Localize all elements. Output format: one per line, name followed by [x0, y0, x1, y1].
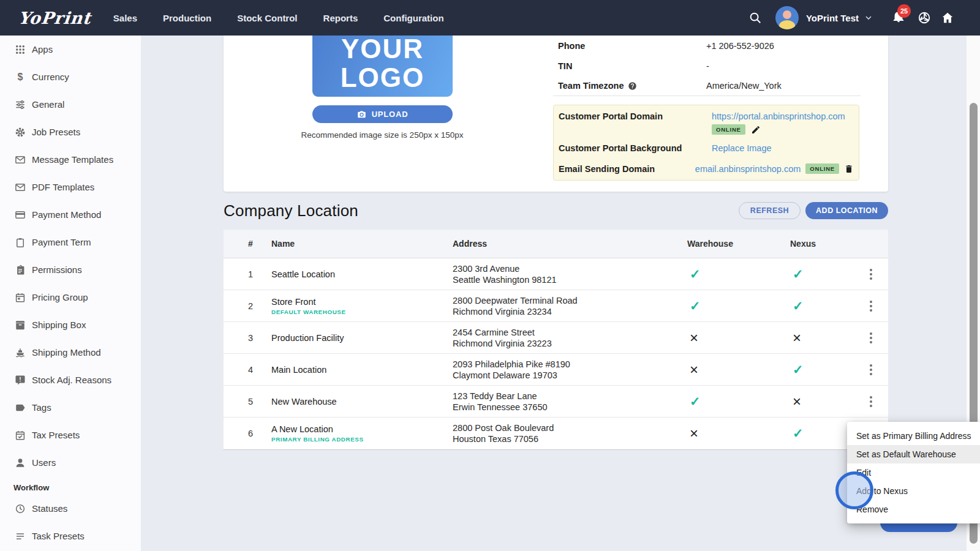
- menu-reports[interactable]: Reports: [323, 13, 358, 23]
- assignment-icon: [15, 264, 26, 276]
- sidebar-item-tax-presets[interactable]: Tax Presets: [0, 421, 141, 449]
- row-kebab-menu-icon[interactable]: [866, 361, 876, 379]
- location-address: 2800 Post Oak BoulevardHouston Texas 770…: [453, 422, 687, 444]
- menu-configuration[interactable]: Configuration: [383, 13, 443, 23]
- table-header-row: # Name Address Warehouse Nexus: [224, 230, 888, 258]
- nexus-mark: ✓: [793, 426, 809, 441]
- portal-domain-row: Customer Portal Domain https://portal.an…: [559, 111, 854, 135]
- refresh-button[interactable]: REFRESH: [739, 202, 801, 219]
- portal-domain-link[interactable]: https://portal.anbinsprintshop.com: [712, 111, 845, 121]
- sidebar-item-stock-adj-reasons[interactable]: Stock Adj. Reasons: [0, 366, 141, 394]
- sidebar-item-currency[interactable]: $Currency: [0, 63, 141, 91]
- click-indicator-circle: [835, 471, 873, 509]
- location-name: Store Front: [271, 297, 453, 307]
- table-row: 6 A New LocationPRIMARY BILLING ADDRESS …: [224, 418, 888, 449]
- home-icon[interactable]: [941, 11, 954, 24]
- menu-production[interactable]: Production: [163, 13, 211, 23]
- yoprint-logo[interactable]: YoPrint: [17, 9, 92, 28]
- list-icon: [15, 531, 26, 542]
- email-domain-link[interactable]: email.anbinsprintshop.com: [695, 164, 801, 174]
- sidebar-item-tags[interactable]: Tags: [0, 394, 141, 421]
- settings-sidebar: Apps $Currency General Job Presets Messa…: [0, 36, 141, 551]
- shutter-icon[interactable]: [918, 11, 931, 24]
- warehouse-mark: ✓: [690, 299, 706, 313]
- sidebar-item-message-templates[interactable]: Message Templates: [0, 146, 141, 173]
- calendar-check-icon: [15, 430, 26, 441]
- table-row: 5 New Warehouse 123 Teddy Bear LaneErwin…: [224, 386, 888, 418]
- top-navbar: YoPrint Sales Production Stock Control R…: [0, 0, 980, 36]
- menu-item-set-default-warehouse[interactable]: Set as Default Warehouse: [847, 445, 980, 463]
- location-badge: PRIMARY BILLING ADDRESS: [271, 436, 453, 443]
- tin-label: TIN: [553, 61, 706, 71]
- dollar-icon: $: [15, 72, 26, 83]
- tin-field-row: TIN -: [553, 56, 861, 76]
- col-num: #: [224, 239, 271, 249]
- row-kebab-menu-icon[interactable]: [866, 329, 876, 347]
- sidebar-item-users[interactable]: Users: [0, 449, 141, 476]
- location-context-menu: Set as Primary Billing Address Set as De…: [847, 422, 980, 523]
- avatar[interactable]: [775, 6, 799, 29]
- warehouse-mark: ×: [690, 426, 706, 441]
- sidebar-item-job-presets[interactable]: Job Presets: [0, 118, 141, 146]
- sidebar-item-payment-method[interactable]: Payment Method: [0, 201, 141, 228]
- timezone-field-row: Team Timezone America/New_York: [553, 76, 861, 96]
- edit-pencil-icon[interactable]: [751, 125, 761, 135]
- location-address: 2300 3rd AvenueSeattle Washington 98121: [453, 263, 687, 285]
- envelope-icon: [15, 182, 26, 193]
- notifications-button[interactable]: 25: [892, 10, 905, 26]
- company-settings-card: YOUR LOGO UPLOAD Recommended image size …: [224, 36, 888, 192]
- sidebar-item-task-presets[interactable]: Task Presets: [0, 522, 141, 550]
- nexus-mark: ×: [793, 331, 809, 345]
- sidebar-item-shipping-box[interactable]: Shipping Box: [0, 311, 141, 339]
- menu-item-set-primary-billing-address[interactable]: Set as Primary Billing Address: [847, 427, 980, 445]
- location-name: Main Location: [271, 365, 453, 375]
- sidebar-item-pricing-group[interactable]: Pricing Group: [0, 283, 141, 311]
- sidebar-item-payment-term[interactable]: Payment Term: [0, 228, 141, 256]
- row-kebab-menu-icon[interactable]: [866, 297, 876, 315]
- email-domain-row: Email Sending Domain email.anbinsprintsh…: [559, 163, 854, 174]
- customer-portal-panel: Customer Portal Domain https://portal.an…: [553, 105, 859, 181]
- box-icon: [15, 320, 26, 331]
- apps-grid-icon: [15, 44, 26, 55]
- timezone-label: Team Timezone: [553, 81, 706, 91]
- main-content: YOUR LOGO UPLOAD Recommended image size …: [141, 36, 980, 551]
- tune-icon: [15, 99, 26, 110]
- location-badge: DEFAULT WAREHOUSE: [271, 309, 453, 315]
- row-kebab-menu-icon[interactable]: [866, 265, 876, 283]
- search-icon[interactable]: [748, 11, 762, 24]
- sidebar-item-permissions[interactable]: Permissions: [0, 256, 141, 283]
- warehouse-mark: ✓: [690, 267, 706, 282]
- menu-sales[interactable]: Sales: [113, 13, 137, 23]
- company-location-table: # Name Address Warehouse Nexus 1 Seattle…: [224, 230, 888, 450]
- location-address: 2800 Deepwater Terminal RoadRichmond Vir…: [453, 295, 687, 317]
- upload-logo-button[interactable]: UPLOAD: [312, 105, 453, 123]
- replace-image-link[interactable]: Replace Image: [712, 143, 772, 153]
- phone-label: Phone: [553, 41, 706, 51]
- sidebar-item-apps[interactable]: Apps: [0, 36, 141, 63]
- trash-icon[interactable]: [844, 164, 854, 174]
- menu-stock-control[interactable]: Stock Control: [237, 13, 297, 23]
- clipboard-icon: [15, 237, 26, 248]
- feedback-icon: [15, 375, 26, 386]
- nexus-mark: ✓: [793, 362, 809, 377]
- portal-online-badge: ONLINE: [712, 124, 745, 135]
- user-menu[interactable]: YoPrint Test: [806, 13, 859, 23]
- sidebar-item-pdf-templates[interactable]: PDF Templates: [0, 173, 141, 201]
- topbar-actions: YoPrint Test 25: [748, 6, 980, 29]
- tag-icon: [15, 402, 26, 413]
- location-name: New Warehouse: [271, 397, 453, 407]
- credit-card-icon: [15, 209, 26, 220]
- sidebar-item-shipping-method[interactable]: Shipping Method: [0, 339, 141, 366]
- warehouse-mark: ×: [690, 331, 706, 345]
- table-row: 3 Production Facility 2454 Carmine Stree…: [224, 322, 888, 354]
- timezone-value: America/New_York: [706, 81, 782, 91]
- calendar-icon: [15, 292, 26, 303]
- row-kebab-menu-icon[interactable]: [866, 392, 876, 411]
- add-location-button[interactable]: ADD LOCATION: [805, 202, 888, 219]
- sidebar-item-statuses[interactable]: Statuses: [0, 495, 141, 522]
- sidebar-item-general[interactable]: General: [0, 91, 141, 118]
- email-online-badge: ONLINE: [805, 163, 839, 174]
- col-warehouse: Warehouse: [687, 239, 790, 249]
- page-title: Company Location: [224, 201, 358, 220]
- help-icon[interactable]: [628, 81, 637, 91]
